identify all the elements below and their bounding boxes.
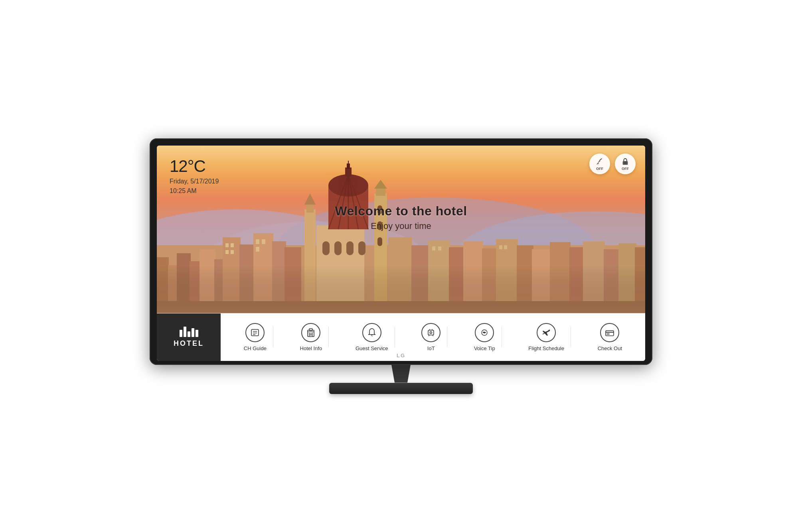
iot-icon-circle (421, 323, 441, 342)
lock-icon (621, 157, 630, 166)
svg-rect-79 (310, 333, 312, 335)
svg-rect-64 (438, 246, 441, 250)
voice-tip-label: Voice Tip (474, 345, 495, 351)
svg-rect-65 (499, 245, 502, 249)
stand-neck (385, 365, 417, 383)
weather-info: 12°C Friday, 5/17/2019 10:25 AM (170, 157, 219, 196)
svg-rect-63 (432, 246, 435, 250)
svg-rect-17 (306, 205, 314, 213)
iot-label: IoT (427, 345, 435, 351)
bell-icon (367, 328, 377, 337)
welcome-title: Welcome to the hotel (335, 203, 467, 218)
svg-marker-36 (374, 180, 387, 189)
svg-rect-84 (428, 330, 434, 335)
hotel-logo-text: HOTEL (174, 339, 204, 348)
top-right-buttons: OFF OFF (589, 154, 636, 174)
voice-tip-icon-circle (475, 323, 494, 342)
hotel-info-icon (306, 328, 316, 337)
svg-rect-62 (256, 247, 259, 252)
welcome-overlay: Welcome to the hotel Enjoy your time (335, 203, 467, 231)
guest-service-label: Guest Service (356, 345, 388, 351)
hotel-bars-icon (180, 327, 198, 337)
svg-rect-32 (347, 164, 350, 169)
tv-stand (329, 365, 473, 394)
cleaning-button[interactable]: OFF (589, 154, 610, 174)
menu-item-voice-tip[interactable]: Voice Tip (468, 320, 502, 355)
hotel-info-icon-circle (301, 323, 320, 342)
svg-line-68 (600, 158, 602, 160)
iot-icon (426, 328, 436, 337)
ch-guide-icon (250, 328, 260, 337)
menu-item-hotel-info[interactable]: Hotel Info (294, 320, 329, 355)
svg-rect-61 (262, 239, 265, 244)
tv-unit: 12°C Friday, 5/17/2019 10:25 AM (150, 138, 652, 394)
hotel-info-label: Hotel Info (300, 345, 322, 351)
flight-schedule-label: Flight Schedule (528, 345, 564, 351)
card-icon (605, 328, 614, 337)
ch-guide-label: CH Guide (244, 345, 267, 351)
welcome-subtitle: Enjoy your time (335, 221, 467, 231)
svg-rect-58 (225, 250, 229, 254)
menu-item-check-out[interactable]: Check Out (591, 320, 628, 355)
tv-screen: 12°C Friday, 5/17/2019 10:25 AM (157, 146, 645, 361)
svg-rect-39 (377, 237, 382, 246)
svg-rect-21 (334, 241, 342, 255)
svg-point-85 (430, 331, 432, 333)
svg-rect-60 (256, 239, 259, 244)
menu-item-guest-service[interactable]: Guest Service (349, 320, 395, 355)
svg-rect-66 (504, 245, 507, 249)
flight-schedule-icon-circle (537, 323, 556, 342)
check-out-label: Check Out (598, 345, 622, 351)
svg-rect-23 (358, 241, 365, 255)
svg-rect-101 (607, 333, 609, 335)
hotel-logo-section: HOTEL (157, 313, 221, 361)
svg-rect-35 (376, 189, 385, 196)
svg-rect-20 (322, 241, 330, 255)
svg-rect-57 (231, 243, 234, 247)
svg-rect-59 (231, 250, 234, 254)
temperature: 12°C (170, 157, 219, 176)
svg-rect-56 (225, 243, 229, 247)
dnd-button[interactable]: OFF (615, 154, 636, 174)
tv-bezel: 12°C Friday, 5/17/2019 10:25 AM (150, 138, 652, 365)
svg-line-82 (371, 335, 372, 336)
menu-item-flight-schedule[interactable]: Flight Schedule (522, 320, 571, 355)
microphone-icon (480, 328, 489, 337)
svg-marker-18 (304, 193, 316, 205)
check-out-icon-circle (600, 323, 619, 342)
svg-rect-76 (309, 329, 312, 331)
menu-item-iot[interactable]: IoT (415, 320, 447, 355)
lg-brand: LG (397, 353, 405, 359)
svg-line-98 (486, 332, 486, 333)
svg-rect-22 (346, 241, 354, 255)
ch-guide-icon-circle (245, 323, 265, 342)
hero-area: 12°C Friday, 5/17/2019 10:25 AM (157, 146, 645, 313)
menu-items-container: CH Guide (221, 313, 645, 361)
svg-rect-67 (157, 265, 645, 313)
date-display: Friday, 5/17/2019 10:25 AM (170, 177, 219, 196)
broom-icon (595, 157, 604, 166)
guest-service-icon-circle (362, 323, 381, 342)
svg-point-70 (625, 162, 626, 164)
stand-base (329, 383, 473, 394)
plane-icon (541, 328, 551, 337)
menu-item-ch-guide[interactable]: CH Guide (237, 320, 273, 355)
